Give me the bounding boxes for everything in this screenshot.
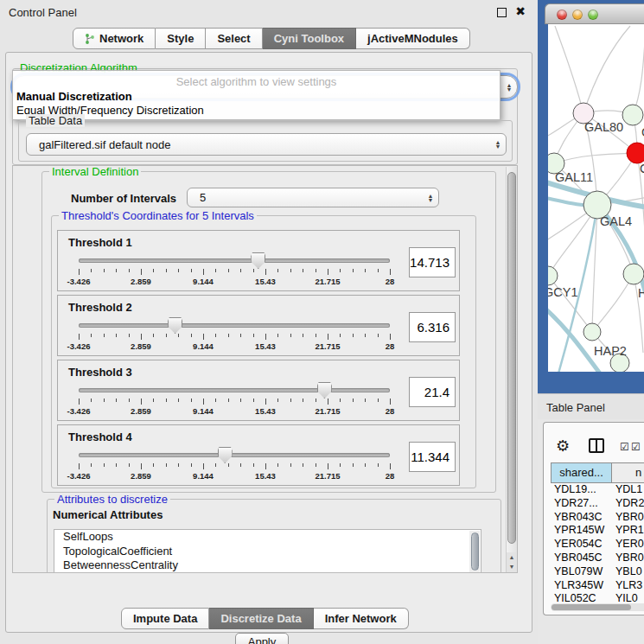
- menu-item-manual-discretization[interactable]: Manual Discretization: [16, 90, 132, 103]
- node-label-c: C: [640, 162, 644, 175]
- network-canvas[interactable]: GAL80GCGAL11GAL4GCY1HHAP2: [548, 24, 644, 372]
- attribute-item[interactable]: TopologicalCoefficient: [54, 545, 481, 559]
- attribute-item[interactable]: BetweennessCentrality: [54, 558, 481, 573]
- table-row[interactable]: YDR27...YDR2: [551, 497, 644, 511]
- attributes-scrollbar[interactable]: [469, 531, 480, 573]
- tab-label: jActiveMNodules: [367, 29, 458, 48]
- window-title: Control Panel: [9, 6, 77, 19]
- table-data-combo[interactable]: galFiltered.sif default node ▲▼: [26, 133, 507, 156]
- close-icon[interactable]: ✖: [515, 4, 526, 18]
- tick-label: -3.426: [67, 277, 91, 286]
- columns-icon[interactable]: [589, 438, 604, 453]
- node-label-gal11: GAL11: [555, 170, 593, 184]
- tick-mark: [328, 334, 328, 340]
- close-traffic-light[interactable]: [557, 10, 567, 20]
- network-node-c[interactable]: [627, 143, 644, 163]
- tab-style[interactable]: Style: [156, 28, 206, 49]
- threshold-label: Threshold 3: [68, 366, 132, 379]
- network-node-gcy1[interactable]: [548, 266, 558, 285]
- combo-stepper-icon: ▲▼: [423, 194, 438, 202]
- tick-mark: [91, 399, 92, 402]
- minimize-traffic-light[interactable]: [572, 10, 583, 20]
- slider-track[interactable]: [79, 388, 390, 392]
- scrollbar-thumb[interactable]: [507, 172, 516, 544]
- threshold-value-field[interactable]: 11.344: [409, 442, 456, 472]
- table-row[interactable]: YBL079WYBL0: [551, 565, 644, 579]
- horizontal-scrollbar[interactable]: [551, 603, 644, 611]
- node-label-gal80: GAL80: [584, 120, 623, 134]
- tick-mark: [253, 269, 254, 272]
- tick-mark: [390, 269, 391, 275]
- control-panel-window: Control Panel ✖ NetworkStyleSelectCyni T…: [0, 0, 538, 644]
- slider-thumb[interactable]: [251, 252, 265, 269]
- slider-track[interactable]: [79, 323, 390, 328]
- tick-label: 28: [386, 471, 395, 481]
- slider-thumb[interactable]: [317, 382, 332, 399]
- threshold-value-field[interactable]: 6.316: [409, 312, 456, 342]
- tick-mark: [253, 334, 254, 337]
- tab-jactivemnodules[interactable]: jActiveMNodules: [356, 28, 470, 49]
- numerical-attributes-list[interactable]: SelfLoopsTopologicalCoefficientBetweenne…: [54, 529, 481, 573]
- table-panel-title: Table Panel: [546, 401, 605, 414]
- tick-mark: [116, 269, 117, 272]
- tick-mark: [365, 399, 366, 402]
- checkbox-icon[interactable]: ☑: [631, 441, 641, 453]
- tick-mark: [303, 269, 303, 272]
- slider-thumb[interactable]: [218, 447, 233, 463]
- threshold-2-box: Threshold 2-3.4262.8599.14415.4321.71528…: [57, 295, 460, 356]
- scrollbar-thumb[interactable]: [552, 604, 631, 610]
- tick-mark: [328, 463, 328, 469]
- tick-mark: [166, 269, 167, 272]
- tick-mark: [265, 399, 266, 405]
- tick-label: 2.859: [131, 277, 151, 286]
- slider-track[interactable]: [79, 258, 390, 263]
- control-panel-titlebar: Control Panel ✖: [0, 0, 538, 23]
- tab-discretize-data[interactable]: Discretize Data: [209, 608, 313, 629]
- tick-mark: [79, 399, 80, 405]
- tab-cyni-toolbox[interactable]: Cyni Toolbox: [263, 28, 356, 49]
- cell-name: YBL0: [612, 565, 644, 579]
- tick-label: -3.426: [67, 406, 91, 416]
- tab-select[interactable]: Select: [206, 28, 262, 49]
- table-row[interactable]: YLR345WYLR3: [551, 579, 644, 593]
- number-of-intervals-combo[interactable]: 5 ▲▼: [187, 188, 439, 207]
- network-node-h[interactable]: [623, 264, 644, 284]
- tick-label: 15.43: [255, 277, 276, 286]
- tick-mark: [378, 334, 379, 337]
- tick-mark: [116, 334, 117, 337]
- column-header-shared[interactable]: shared...: [551, 462, 612, 483]
- gear-icon[interactable]: ⚙: [556, 437, 570, 455]
- tab-impute-data[interactable]: Impute Data: [121, 608, 209, 629]
- table-row[interactable]: YBR045CYBR0: [551, 552, 644, 565]
- tick-mark: [228, 269, 229, 272]
- tab-network[interactable]: Network: [73, 28, 156, 49]
- table-row[interactable]: YBR043CYBR0: [551, 511, 644, 525]
- apply-button[interactable]: Apply: [235, 633, 289, 644]
- slider-track[interactable]: [79, 453, 390, 457]
- zoom-traffic-light[interactable]: [588, 10, 598, 20]
- threshold-3-box: Threshold 3-3.4262.8599.14415.4321.71528…: [57, 360, 460, 421]
- table-row[interactable]: YER054CYER0: [551, 538, 644, 552]
- tick-mark: [353, 399, 354, 402]
- tab-infer-network[interactable]: Infer Network: [314, 608, 409, 629]
- attribute-item[interactable]: SelfLoops: [54, 530, 481, 545]
- scrollbar-buttons[interactable]: ▲▼: [506, 552, 517, 573]
- network-node-hap2[interactable]: [583, 323, 601, 341]
- slider-thumb[interactable]: [168, 317, 182, 334]
- tick-mark: [340, 334, 341, 337]
- vertical-scrollbar[interactable]: [506, 167, 517, 552]
- float-window-icon[interactable]: [497, 8, 507, 17]
- tick-label: 21.715: [315, 406, 340, 416]
- attributes-group-title: Attributes to discretize: [54, 493, 170, 506]
- tick-mark: [390, 334, 391, 340]
- tick-mark: [340, 463, 341, 467]
- table-row[interactable]: YDL19...YDL1: [551, 483, 644, 497]
- threshold-value-field[interactable]: 21.4: [409, 377, 456, 407]
- threshold-value-field[interactable]: 14.713: [409, 247, 456, 277]
- column-header-n[interactable]: n: [612, 462, 644, 483]
- checkbox-icon[interactable]: ☑: [620, 441, 629, 453]
- tick-mark: [316, 269, 316, 272]
- table-row[interactable]: YPR145WYPR1: [551, 524, 644, 538]
- network-node-g[interactable]: [622, 105, 643, 125]
- network-graph: GAL80GCGAL11GAL4GCY1HHAP2: [548, 24, 644, 372]
